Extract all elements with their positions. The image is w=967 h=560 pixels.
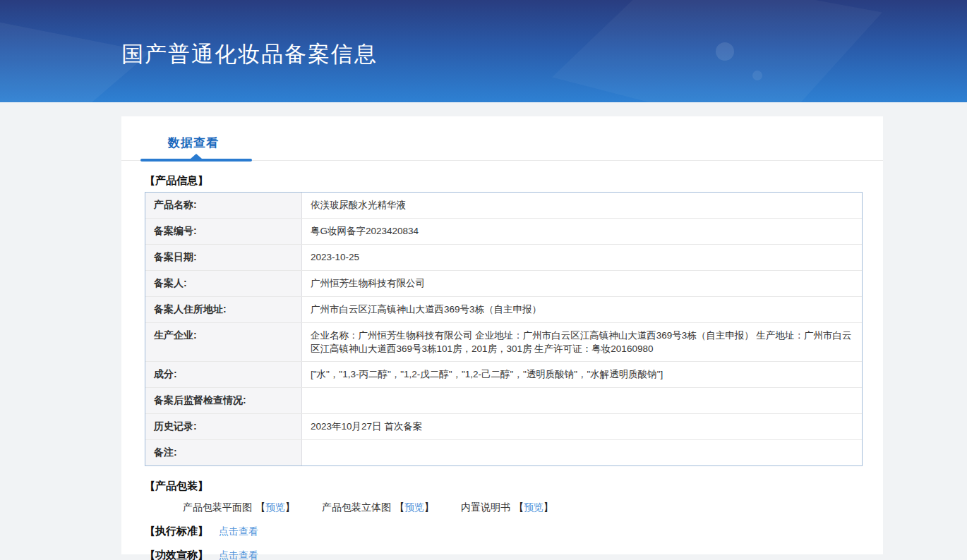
table-row-manufacturer: 生产企业: 企业名称：广州恒芳生物科技有限公司 企业地址：广州市白云区江高镇神山… xyxy=(145,323,862,362)
bracket-open: 【 xyxy=(395,501,404,513)
row-label: 生产企业: xyxy=(145,323,302,361)
packaging-item-label: 产品包装平面图 xyxy=(183,501,252,513)
row-label: 备案日期: xyxy=(145,245,302,270)
preview-link-manual[interactable]: 预览 xyxy=(524,501,543,513)
page-title: 国产普通化妆品备案信息 xyxy=(121,39,378,69)
banner-decor-dot xyxy=(716,42,734,61)
packaging-item-flat-diagram: 产品包装平面图【预览】 xyxy=(183,501,295,514)
efficacy-claim-view-link[interactable]: 点击查看 xyxy=(219,549,258,560)
section-title-product-info: 【产品信息】 xyxy=(145,174,863,188)
packaging-item-manual: 内置说明书【预览】 xyxy=(461,501,553,514)
row-value: 广州市白云区江高镇神山大道西369号3栋（自主申报） xyxy=(302,297,862,322)
preview-link-3d-diagram[interactable]: 预览 xyxy=(404,501,424,513)
row-label: 历史记录: xyxy=(145,414,302,439)
section-title-executive-standard: 【执行标准】 xyxy=(145,525,208,538)
efficacy-claim-row: 【功效宣称】 点击查看 xyxy=(145,549,863,560)
bracket-close: 】 xyxy=(543,501,553,513)
table-row-filing-date: 备案日期: 2023-10-25 xyxy=(145,245,862,271)
bracket-close: 】 xyxy=(424,501,434,513)
packaging-items-row: 产品包装平面图【预览】 产品包装立体图【预览】 内置说明书【预览】 xyxy=(183,501,863,514)
table-row-filing-number: 备案编号: 粤G妆网备字2023420834 xyxy=(145,219,862,245)
executive-standard-row: 【执行标准】 点击查看 xyxy=(145,525,863,538)
table-row-remarks: 备注: xyxy=(145,440,862,465)
product-info-table: 产品名称: 依渼玻尿酸水光精华液 备案编号: 粤G妆网备字2023420834 … xyxy=(145,192,863,466)
row-value: 企业名称：广州恒芳生物科技有限公司 企业地址：广州市白云区江高镇神山大道西369… xyxy=(302,323,862,361)
table-row-filing-person: 备案人: 广州恒芳生物科技有限公司 xyxy=(145,271,862,297)
packaging-item-label: 内置说明书 xyxy=(461,501,510,513)
row-value: ["水"，"1,3-丙二醇"，"1,2-戊二醇"，"1,2-己二醇"，"透明质酸… xyxy=(302,362,862,387)
row-value: 2023-10-25 xyxy=(302,245,862,270)
tab-data-view[interactable]: 数据查看 xyxy=(168,135,219,151)
packaging-item-label: 产品包装立体图 xyxy=(322,501,391,513)
row-value: 广州恒芳生物科技有限公司 xyxy=(302,271,862,296)
packaging-item-3d-diagram: 产品包装立体图【预览】 xyxy=(322,501,434,514)
executive-standard-view-link[interactable]: 点击查看 xyxy=(219,525,258,538)
banner-decor-dot xyxy=(752,71,762,80)
card-content: 【产品信息】 产品名称: 依渼玻尿酸水光精华液 备案编号: 粤G妆网备字2023… xyxy=(121,174,883,560)
row-value xyxy=(302,388,862,413)
row-label: 产品名称: xyxy=(145,193,302,218)
bracket-close: 】 xyxy=(285,501,295,513)
row-value xyxy=(302,440,862,465)
bracket-open: 【 xyxy=(256,501,265,513)
table-row-supervision: 备案后监督检查情况: xyxy=(145,388,862,414)
row-label: 备案编号: xyxy=(145,219,302,244)
table-row-ingredients: 成分: ["水"，"1,3-丙二醇"，"1,2-戊二醇"，"1,2-己二醇"，"… xyxy=(145,362,862,388)
row-label: 备案人住所地址: xyxy=(145,297,302,322)
tab-bar: 数据查看 xyxy=(121,116,883,161)
page-banner: 国产普通化妆品备案信息 xyxy=(0,0,967,102)
table-row-history: 历史记录: 2023年10月27日 首次备案 xyxy=(145,414,862,440)
row-value: 2023年10月27日 首次备案 xyxy=(302,414,862,439)
row-label: 备案后监督检查情况: xyxy=(145,388,302,413)
section-title-efficacy-claim: 【功效宣称】 xyxy=(145,549,208,560)
row-label: 成分: xyxy=(145,362,302,387)
bracket-open: 【 xyxy=(514,501,524,513)
row-value: 依渼玻尿酸水光精华液 xyxy=(302,193,862,218)
banner-decor-polygon xyxy=(515,0,882,102)
table-row-product-name: 产品名称: 依渼玻尿酸水光精华液 xyxy=(145,193,862,219)
row-value: 粤G妆网备字2023420834 xyxy=(302,219,862,244)
row-label: 备注: xyxy=(145,440,302,465)
tab-active-indicator xyxy=(140,159,252,162)
table-row-filing-address: 备案人住所地址: 广州市白云区江高镇神山大道西369号3栋（自主申报） xyxy=(145,297,862,323)
preview-link-flat-diagram[interactable]: 预览 xyxy=(265,501,285,513)
row-label: 备案人: xyxy=(145,271,302,296)
section-title-packaging: 【产品包装】 xyxy=(145,480,863,493)
content-card: 数据查看 【产品信息】 产品名称: 依渼玻尿酸水光精华液 备案编号: 粤G妆网备… xyxy=(121,116,883,554)
tab-active-notch-icon xyxy=(191,154,202,159)
